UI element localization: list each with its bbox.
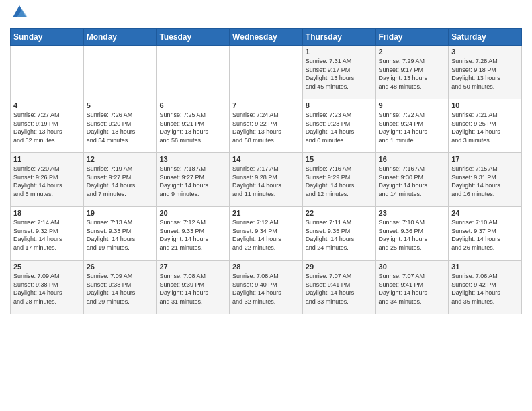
calendar-cell-4: 1Sunrise: 7:31 AM Sunset: 9:17 PM Daylig… — [302, 46, 375, 99]
cell-content: Sunrise: 7:07 AM Sunset: 9:41 PM Dayligh… — [379, 272, 446, 306]
cell-content: Sunrise: 7:23 AM Sunset: 9:23 PM Dayligh… — [306, 111, 373, 144]
cell-content: Sunrise: 7:26 AM Sunset: 9:20 PM Dayligh… — [87, 111, 154, 144]
calendar-cell-30: 27Sunrise: 7:08 AM Sunset: 9:39 PM Dayli… — [157, 261, 230, 314]
cell-content: Sunrise: 7:19 AM Sunset: 9:27 PM Dayligh… — [87, 165, 154, 198]
cell-content: Sunrise: 7:15 AM Sunset: 9:31 PM Dayligh… — [451, 165, 519, 198]
day-number: 12 — [87, 155, 154, 163]
day-number: 1 — [306, 48, 373, 56]
header-row: SundayMondayTuesdayWednesdayThursdayFrid… — [11, 29, 522, 46]
cell-content: Sunrise: 7:09 AM Sunset: 9:38 PM Dayligh… — [13, 272, 81, 306]
day-number: 16 — [379, 155, 446, 163]
cell-content: Sunrise: 7:14 AM Sunset: 9:32 PM Dayligh… — [13, 218, 81, 252]
calendar-cell-1 — [83, 46, 157, 99]
day-number: 20 — [159, 209, 226, 217]
calendar-cell-22: 19Sunrise: 7:13 AM Sunset: 9:33 PM Dayli… — [83, 207, 157, 261]
calendar-cell-24: 21Sunrise: 7:12 AM Sunset: 9:34 PM Dayli… — [230, 207, 303, 261]
week-row-2: 4Sunrise: 7:27 AM Sunset: 9:19 PM Daylig… — [11, 99, 522, 153]
calendar-cell-31: 28Sunrise: 7:08 AM Sunset: 9:40 PM Dayli… — [230, 261, 303, 314]
header — [10, 7, 522, 23]
day-header-tuesday: Tuesday — [157, 29, 230, 46]
week-row-5: 25Sunrise: 7:09 AM Sunset: 9:38 PM Dayli… — [11, 261, 522, 314]
calendar-table: SundayMondayTuesdayWednesdayThursdayFrid… — [10, 28, 522, 314]
cell-content: Sunrise: 7:22 AM Sunset: 9:24 PM Dayligh… — [379, 111, 446, 144]
day-number: 9 — [379, 101, 446, 109]
day-header-sunday: Sunday — [11, 29, 84, 46]
calendar-cell-15: 12Sunrise: 7:19 AM Sunset: 9:27 PM Dayli… — [83, 153, 157, 207]
cell-content: Sunrise: 7:24 AM Sunset: 9:22 PM Dayligh… — [232, 111, 300, 144]
calendar-cell-21: 18Sunrise: 7:14 AM Sunset: 9:32 PM Dayli… — [11, 207, 84, 261]
cell-content: Sunrise: 7:27 AM Sunset: 9:19 PM Dayligh… — [13, 111, 81, 144]
day-number: 19 — [87, 209, 154, 217]
day-number: 8 — [306, 101, 373, 109]
day-header-wednesday: Wednesday — [230, 29, 303, 46]
cell-content: Sunrise: 7:11 AM Sunset: 9:35 PM Dayligh… — [306, 218, 373, 252]
week-row-1: 1Sunrise: 7:31 AM Sunset: 9:17 PM Daylig… — [11, 46, 522, 99]
day-number: 24 — [451, 209, 519, 217]
day-number: 25 — [13, 263, 81, 271]
cell-content: Sunrise: 7:16 AM Sunset: 9:29 PM Dayligh… — [306, 165, 373, 198]
calendar-cell-3 — [230, 46, 303, 99]
logo — [10, 7, 28, 23]
day-number: 29 — [306, 263, 373, 271]
cell-content: Sunrise: 7:06 AM Sunset: 9:42 PM Dayligh… — [451, 272, 519, 306]
logo-icon — [10, 7, 28, 23]
cell-content: Sunrise: 7:13 AM Sunset: 9:33 PM Dayligh… — [87, 218, 154, 252]
calendar-cell-19: 16Sunrise: 7:16 AM Sunset: 9:30 PM Dayli… — [375, 153, 449, 207]
cell-content: Sunrise: 7:08 AM Sunset: 9:40 PM Dayligh… — [232, 272, 300, 306]
calendar-cell-7: 4Sunrise: 7:27 AM Sunset: 9:19 PM Daylig… — [11, 99, 84, 153]
cell-content: Sunrise: 7:08 AM Sunset: 9:39 PM Dayligh… — [159, 272, 226, 306]
calendar-cell-25: 22Sunrise: 7:11 AM Sunset: 9:35 PM Dayli… — [302, 207, 375, 261]
day-number: 4 — [13, 101, 81, 109]
cell-content: Sunrise: 7:07 AM Sunset: 9:41 PM Dayligh… — [306, 272, 373, 306]
cell-content: Sunrise: 7:25 AM Sunset: 9:21 PM Dayligh… — [159, 111, 226, 144]
day-header-friday: Friday — [375, 29, 449, 46]
day-number: 6 — [159, 101, 226, 109]
calendar-cell-6: 3Sunrise: 7:28 AM Sunset: 9:18 PM Daylig… — [449, 46, 522, 99]
calendar-cell-5: 2Sunrise: 7:29 AM Sunset: 9:17 PM Daylig… — [375, 46, 449, 99]
day-number: 13 — [159, 155, 226, 163]
day-header-thursday: Thursday — [302, 29, 375, 46]
cell-content: Sunrise: 7:21 AM Sunset: 9:25 PM Dayligh… — [451, 111, 519, 144]
calendar-cell-9: 6Sunrise: 7:25 AM Sunset: 9:21 PM Daylig… — [157, 99, 230, 153]
calendar-cell-32: 29Sunrise: 7:07 AM Sunset: 9:41 PM Dayli… — [302, 261, 375, 314]
calendar-cell-8: 5Sunrise: 7:26 AM Sunset: 9:20 PM Daylig… — [83, 99, 157, 153]
day-number: 2 — [379, 48, 446, 56]
day-number: 23 — [379, 209, 446, 217]
calendar-cell-17: 14Sunrise: 7:17 AM Sunset: 9:28 PM Dayli… — [230, 153, 303, 207]
calendar-cell-26: 23Sunrise: 7:10 AM Sunset: 9:36 PM Dayli… — [375, 207, 449, 261]
calendar-cell-10: 7Sunrise: 7:24 AM Sunset: 9:22 PM Daylig… — [230, 99, 303, 153]
day-number: 21 — [232, 209, 300, 217]
day-number: 31 — [451, 263, 519, 271]
day-number: 28 — [232, 263, 300, 271]
cell-content: Sunrise: 7:18 AM Sunset: 9:27 PM Dayligh… — [159, 165, 226, 198]
cell-content: Sunrise: 7:31 AM Sunset: 9:17 PM Dayligh… — [306, 57, 373, 91]
cell-content: Sunrise: 7:28 AM Sunset: 9:18 PM Dayligh… — [451, 57, 519, 91]
calendar-cell-27: 24Sunrise: 7:10 AM Sunset: 9:37 PM Dayli… — [449, 207, 522, 261]
day-number: 14 — [232, 155, 300, 163]
cell-content: Sunrise: 7:10 AM Sunset: 9:36 PM Dayligh… — [379, 218, 446, 252]
calendar-cell-14: 11Sunrise: 7:20 AM Sunset: 9:26 PM Dayli… — [11, 153, 84, 207]
cell-content: Sunrise: 7:09 AM Sunset: 9:38 PM Dayligh… — [87, 272, 154, 306]
calendar-cell-20: 17Sunrise: 7:15 AM Sunset: 9:31 PM Dayli… — [449, 153, 522, 207]
day-header-saturday: Saturday — [449, 29, 522, 46]
day-number: 17 — [451, 155, 519, 163]
day-header-monday: Monday — [83, 29, 157, 46]
calendar-cell-12: 9Sunrise: 7:22 AM Sunset: 9:24 PM Daylig… — [375, 99, 449, 153]
cell-content: Sunrise: 7:16 AM Sunset: 9:30 PM Dayligh… — [379, 165, 446, 198]
day-number: 5 — [87, 101, 154, 109]
calendar-cell-33: 30Sunrise: 7:07 AM Sunset: 9:41 PM Dayli… — [375, 261, 449, 314]
calendar-cell-34: 31Sunrise: 7:06 AM Sunset: 9:42 PM Dayli… — [449, 261, 522, 314]
day-number: 3 — [451, 48, 519, 56]
day-number: 22 — [306, 209, 373, 217]
cell-content: Sunrise: 7:12 AM Sunset: 9:34 PM Dayligh… — [232, 218, 300, 252]
day-number: 15 — [306, 155, 373, 163]
page: SundayMondayTuesdayWednesdayThursdayFrid… — [0, 0, 532, 411]
day-number: 11 — [13, 155, 81, 163]
day-number: 30 — [379, 263, 446, 271]
cell-content: Sunrise: 7:12 AM Sunset: 9:33 PM Dayligh… — [159, 218, 226, 252]
day-number: 7 — [232, 101, 300, 109]
week-row-4: 18Sunrise: 7:14 AM Sunset: 9:32 PM Dayli… — [11, 207, 522, 261]
day-number: 10 — [451, 101, 519, 109]
calendar-cell-23: 20Sunrise: 7:12 AM Sunset: 9:33 PM Dayli… — [157, 207, 230, 261]
calendar-cell-0 — [11, 46, 84, 99]
